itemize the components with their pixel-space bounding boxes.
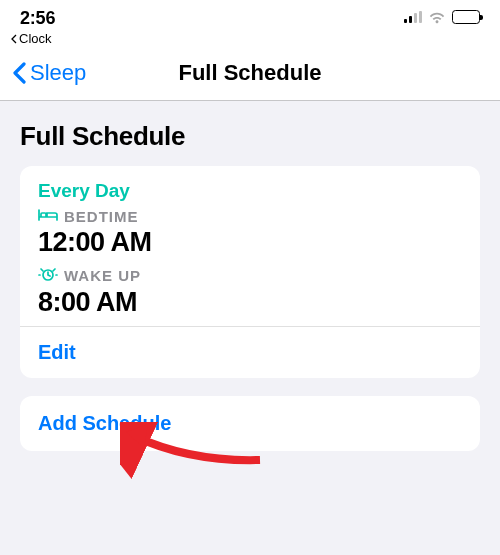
chevron-left-icon bbox=[12, 62, 27, 84]
bed-icon bbox=[38, 208, 58, 225]
add-schedule-button[interactable]: Add Schedule bbox=[38, 412, 462, 435]
edit-button[interactable]: Edit bbox=[38, 327, 462, 378]
battery-icon bbox=[452, 10, 480, 24]
page-title: Full Schedule bbox=[20, 121, 480, 152]
nav-title: Full Schedule bbox=[178, 60, 321, 86]
status-time: 2:56 bbox=[20, 8, 55, 29]
wakeup-value: 8:00 AM bbox=[38, 287, 462, 318]
bedtime-value: 12:00 AM bbox=[38, 227, 462, 258]
breadcrumb-label: Clock bbox=[19, 31, 52, 46]
back-button[interactable]: Sleep bbox=[12, 60, 86, 86]
nav-bar: Sleep Full Schedule bbox=[0, 52, 500, 101]
content-area: Full Schedule Every Day BEDTIME 12:00 AM… bbox=[0, 101, 500, 451]
alarm-icon bbox=[38, 266, 58, 285]
cellular-icon bbox=[404, 11, 423, 23]
status-bar: 2:56 bbox=[0, 0, 500, 30]
bedtime-label: BEDTIME bbox=[64, 208, 139, 225]
back-label: Sleep bbox=[30, 60, 86, 86]
breadcrumb[interactable]: Clock bbox=[0, 30, 500, 52]
status-indicators bbox=[404, 10, 481, 24]
add-schedule-card[interactable]: Add Schedule bbox=[20, 396, 480, 451]
days-label: Every Day bbox=[38, 180, 462, 202]
schedule-card[interactable]: Every Day BEDTIME 12:00 AM WAKE UP 8:00 … bbox=[20, 166, 480, 378]
wakeup-label: WAKE UP bbox=[64, 267, 141, 284]
wakeup-label-row: WAKE UP bbox=[38, 266, 462, 285]
wifi-icon bbox=[428, 11, 446, 24]
bedtime-label-row: BEDTIME bbox=[38, 208, 462, 225]
